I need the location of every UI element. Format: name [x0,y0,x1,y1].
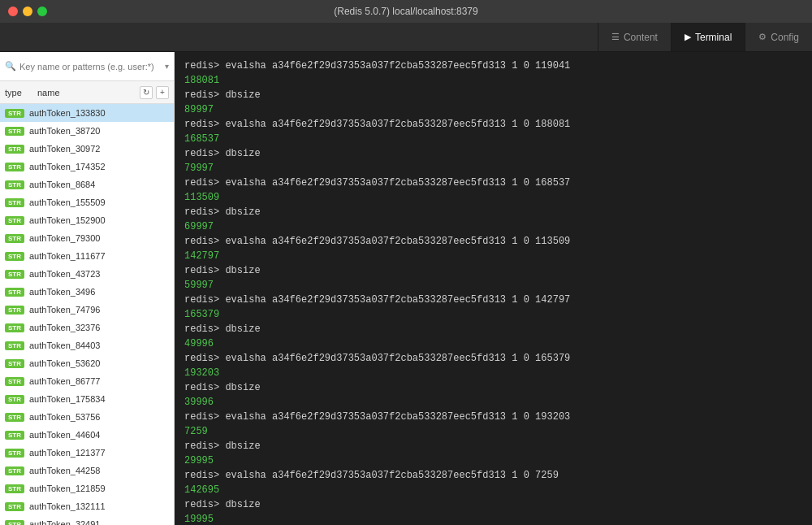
col-name-header: name [37,88,140,98]
type-badge: STR [5,145,24,154]
list-item[interactable]: STRauthToken_53620 [0,354,174,372]
list-item[interactable]: STRauthToken_44258 [0,462,174,479]
list-item[interactable]: STRauthToken_43723 [0,265,174,283]
terminal-line: redis> evalsha a34f6e2f29d37353a037f2cba… [184,351,802,366]
list-item[interactable]: STRauthToken_121377 [0,444,174,462]
dropdown-arrow-icon[interactable]: ▾ [165,62,169,71]
terminal-panel[interactable]: redis> evalsha a34f6e2f29d37353a037f2cba… [175,52,812,525]
terminal-line: 49996 [184,336,802,351]
list-item[interactable]: STRauthToken_155509 [0,193,174,211]
tab-content[interactable]: ☰ Content [598,23,671,51]
terminal-line: redis> dbsize [184,380,802,395]
terminal-line: 188081 [184,73,802,88]
search-bar: 🔍 ▾ [0,52,174,81]
terminal-line: 168537 [184,132,802,146]
key-name: authToken_133830 [29,108,106,118]
key-name: authToken_111677 [29,251,106,261]
terminal-line: 69997 [184,219,802,234]
key-name: authToken_53620 [29,358,100,368]
terminal-line: 59997 [184,278,802,293]
search-input[interactable] [19,62,162,72]
terminal-line: 39996 [184,395,802,410]
refresh-button[interactable]: ↻ [140,86,153,99]
terminal-line: redis> dbsize [184,146,802,161]
list-item[interactable]: STRauthToken_53756 [0,408,174,426]
terminal-line: redis> dbsize [184,497,802,512]
key-name: authToken_86777 [29,376,100,386]
type-badge: STR [5,449,24,458]
type-badge: STR [5,431,24,440]
title-bar: (Redis 5.0.7) local/localhost:8379 [0,0,812,23]
list-item[interactable]: STRauthToken_38720 [0,122,174,140]
type-badge: STR [5,502,24,511]
list-item[interactable]: STRauthToken_84403 [0,336,174,354]
window-title: (Redis 5.0.7) local/localhost:8379 [334,6,477,17]
key-name: authToken_44258 [29,466,100,475]
list-item[interactable]: STRauthToken_174352 [0,158,174,176]
list-item[interactable]: STRauthToken_32491 [0,515,174,525]
list-item[interactable]: STRauthToken_175834 [0,390,174,408]
terminal-line: redis> evalsha a34f6e2f29d37353a037f2cba… [184,117,802,132]
list-item[interactable]: STRauthToken_132111 [0,497,174,515]
type-badge: STR [5,109,24,118]
type-badge: STR [5,270,24,279]
list-item[interactable]: STRauthToken_111677 [0,247,174,265]
tab-bar: ☰ Content ▶ Terminal ⚙ Config [0,23,812,52]
type-badge: STR [5,234,24,243]
list-item[interactable]: STRauthToken_8684 [0,176,174,193]
type-badge: STR [5,377,24,386]
col-type-header: type [5,88,37,98]
close-button[interactable] [8,7,18,16]
terminal-line: redis> evalsha a34f6e2f29d37353a037f2cba… [184,176,802,190]
key-name: authToken_8684 [29,180,95,189]
key-list[interactable]: STRauthToken_133830STRauthToken_38720STR… [0,104,174,525]
key-name: authToken_53756 [29,412,100,422]
terminal-line: 165379 [184,307,802,322]
key-name: authToken_32491 [29,519,100,525]
add-key-button[interactable]: + [156,86,169,99]
terminal-line: redis> dbsize [184,205,802,219]
type-badge: STR [5,288,24,297]
type-badge: STR [5,341,24,350]
terminal-line: redis> dbsize [184,88,802,102]
type-badge: STR [5,413,24,422]
list-item[interactable]: STRauthToken_44604 [0,426,174,444]
maximize-button[interactable] [37,7,47,16]
tab-terminal[interactable]: ▶ Terminal [671,23,745,51]
tab-config[interactable]: ⚙ Config [745,23,812,51]
key-name: authToken_175834 [29,394,106,404]
type-badge: STR [5,395,24,404]
list-item[interactable]: STRauthToken_74796 [0,301,174,319]
terminal-line: 142695 [184,483,802,497]
column-headers: type name ↻ + [0,81,174,104]
list-item[interactable]: STRauthToken_30972 [0,140,174,158]
key-name: authToken_155509 [29,197,106,207]
key-name: authToken_79300 [29,233,100,243]
terminal-line: 79997 [184,161,802,176]
config-icon: ⚙ [758,32,767,42]
key-name: authToken_30972 [29,144,100,154]
minimize-button[interactable] [23,7,32,16]
terminal-line: redis> dbsize [184,322,802,336]
type-badge: STR [5,323,24,332]
type-badge: STR [5,484,24,493]
list-item[interactable]: STRauthToken_86777 [0,372,174,390]
list-item[interactable]: STRauthToken_3496 [0,283,174,301]
terminal-line: 7259 [184,424,802,439]
terminal-line: redis> evalsha a34f6e2f29d37353a037f2cba… [184,468,802,483]
col-actions: ↻ + [140,86,169,99]
main-content: 🔍 ▾ type name ↻ + STRauthToken_133830STR… [0,52,812,525]
terminal-line: redis> dbsize [184,439,802,453]
list-item[interactable]: STRauthToken_152900 [0,211,174,229]
type-badge: STR [5,252,24,261]
terminal-line: redis> evalsha a34f6e2f29d37353a037f2cba… [184,234,802,249]
left-panel: 🔍 ▾ type name ↻ + STRauthToken_133830STR… [0,52,175,525]
list-item[interactable]: STRauthToken_79300 [0,229,174,247]
list-item[interactable]: STRauthToken_32376 [0,319,174,336]
terminal-line: 29995 [184,453,802,468]
terminal-line: redis> evalsha a34f6e2f29d37353a037f2cba… [184,293,802,307]
list-item[interactable]: STRauthToken_133830 [0,104,174,122]
list-item[interactable]: STRauthToken_121859 [0,479,174,497]
key-name: authToken_3496 [29,287,95,297]
key-name: authToken_44604 [29,430,100,440]
